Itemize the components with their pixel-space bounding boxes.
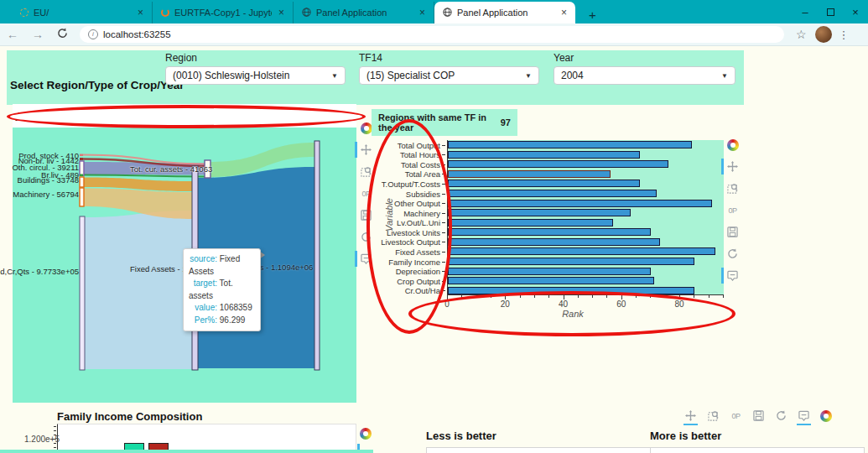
y-tick: [442, 203, 445, 204]
reload-button[interactable]: [50, 28, 75, 41]
rank-category-label: Total Output: [398, 140, 440, 149]
bookmark-star-icon[interactable]: ☆: [796, 28, 807, 41]
x-minor-tick: [709, 295, 709, 298]
family-income-chart[interactable]: [57, 424, 356, 453]
minimize-window-button[interactable]: –: [793, 6, 818, 18]
year-value: 2004: [561, 70, 584, 81]
node-tot-assets: [314, 141, 320, 370]
bokeh-logo-icon[interactable]: [727, 139, 739, 151]
jupyter-icon: [161, 8, 169, 17]
x-minor-tick: [520, 295, 521, 298]
box-zoom-tool-icon[interactable]: [726, 182, 739, 195]
more-is-better-title: More is better: [650, 430, 721, 442]
new-tab-button[interactable]: +: [584, 6, 601, 23]
page-info-icon[interactable]: i: [88, 29, 98, 39]
close-tab-icon[interactable]: ×: [277, 7, 286, 18]
less-is-better-chart[interactable]: [426, 447, 659, 453]
year-select[interactable]: 2004 ▼: [554, 66, 735, 85]
region-select[interactable]: (0010) Schleswig-Holstein ▼: [165, 66, 346, 85]
hover-tool-icon[interactable]: [726, 269, 739, 282]
tab-panel-application-2-active[interactable]: Panel Application ×: [434, 2, 575, 23]
y-tick: [442, 174, 445, 174]
rank-category-label: Total Area: [405, 169, 440, 179]
tab-panel-application-1[interactable]: Panel Application ×: [294, 2, 434, 23]
bokeh-logo-icon[interactable]: [360, 428, 372, 440]
rank-bar[interactable]: [448, 268, 651, 275]
close-tab-icon[interactable]: ×: [136, 7, 145, 18]
rank-category-label: Total Costs: [401, 159, 440, 169]
bokeh-logo-icon[interactable]: [820, 410, 832, 422]
chevron-down-icon: ▼: [525, 72, 532, 80]
regions-badge-value: 97: [501, 117, 511, 128]
tab-jupyter[interactable]: EURTFA-Copy1 - Jupyter Notebo ×: [153, 2, 294, 23]
hover-tool-icon[interactable]: [798, 409, 810, 422]
y-tick: [442, 154, 445, 155]
x-minor-tick: [476, 295, 477, 298]
tab-title: Panel Application: [457, 8, 554, 18]
zoom-tool-icon[interactable]: 0Ρ: [726, 204, 739, 216]
bokeh-logo-icon[interactable]: [361, 122, 372, 134]
close-tab-icon[interactable]: ×: [418, 7, 427, 18]
browser-nav-bar: ← → i localhost:63255 ☆ ⋮: [0, 23, 868, 46]
y-tick: [442, 164, 445, 165]
rank-bar[interactable]: [448, 287, 694, 294]
year-label: Year: [554, 52, 735, 64]
tooltip-field-label: Per%:: [189, 315, 217, 327]
node-oth-circul: [80, 161, 84, 175]
rank-bar[interactable]: [448, 190, 657, 197]
pan-tool-icon[interactable]: [684, 409, 697, 422]
bottom-panel-edge: [0, 450, 373, 453]
zoom-tool-icon[interactable]: 0Ρ: [730, 409, 742, 422]
rank-bar[interactable]: [448, 151, 640, 159]
more-is-better-chart[interactable]: [650, 447, 865, 453]
sankey-left-node-label: Land,Cr,Qts - 9.7733e+05: [0, 267, 79, 276]
box-zoom-tool-icon[interactable]: [707, 409, 720, 422]
rank-bar[interactable]: [448, 277, 654, 284]
rank-bar[interactable]: [448, 219, 613, 226]
sankey-mid-node-label: Tot. cur. assets - 41063: [130, 164, 212, 174]
rank-bar[interactable]: [448, 141, 692, 148]
url-text[interactable]: localhost:63255: [103, 29, 171, 39]
browser-menu-icon[interactable]: ⋮: [839, 29, 850, 41]
rank-bar-chart[interactable]: [447, 140, 724, 295]
close-window-button[interactable]: ×: [843, 6, 868, 18]
tf14-select[interactable]: (15) Specialist COP ▼: [359, 66, 539, 85]
flow-brliv-to-curassets: [83, 175, 205, 177]
x-minor-tick: [592, 295, 593, 298]
rank-bar[interactable]: [448, 170, 611, 178]
reset-tool-icon[interactable]: [726, 247, 739, 260]
restore-window-button[interactable]: [818, 6, 843, 18]
close-tab-icon[interactable]: ×: [559, 7, 569, 18]
back-button[interactable]: ←: [0, 28, 25, 41]
rank-bar[interactable]: [448, 228, 651, 236]
y-tick: [442, 281, 445, 282]
rank-bar[interactable]: [448, 238, 660, 246]
rank-bar[interactable]: [448, 258, 694, 265]
x-minor-tick: [578, 295, 579, 298]
y-tick: [442, 242, 445, 242]
x-tick-label: 80: [674, 299, 683, 309]
forward-button[interactable]: →: [25, 28, 50, 41]
y-tick: [442, 213, 445, 214]
x-minor-tick: [650, 295, 651, 298]
profile-avatar[interactable]: [815, 26, 832, 43]
rank-bar[interactable]: [448, 209, 631, 216]
rank-bar[interactable]: [448, 247, 715, 255]
save-tool-icon[interactable]: [752, 409, 765, 422]
y-tick: [442, 145, 445, 146]
y-tick: [442, 252, 445, 253]
reset-tool-icon[interactable]: [775, 409, 787, 422]
rank-bar[interactable]: [448, 200, 712, 207]
y-tick: [442, 222, 445, 223]
rank-bar[interactable]: [448, 180, 640, 187]
tab-eu[interactable]: EU/ ×: [12, 2, 153, 23]
save-tool-icon[interactable]: [726, 226, 739, 238]
tooltip-field-label: value:: [189, 302, 217, 315]
rank-bar[interactable]: [448, 160, 668, 168]
pan-tool-icon[interactable]: [726, 160, 739, 173]
rank-category-label: Other Output: [394, 199, 440, 208]
tooltip-row: value: 1068359: [189, 302, 255, 315]
y-minor-tick: [54, 426, 56, 427]
window-controls: – ×: [793, 0, 868, 23]
address-bar[interactable]: i localhost:63255: [80, 26, 784, 43]
